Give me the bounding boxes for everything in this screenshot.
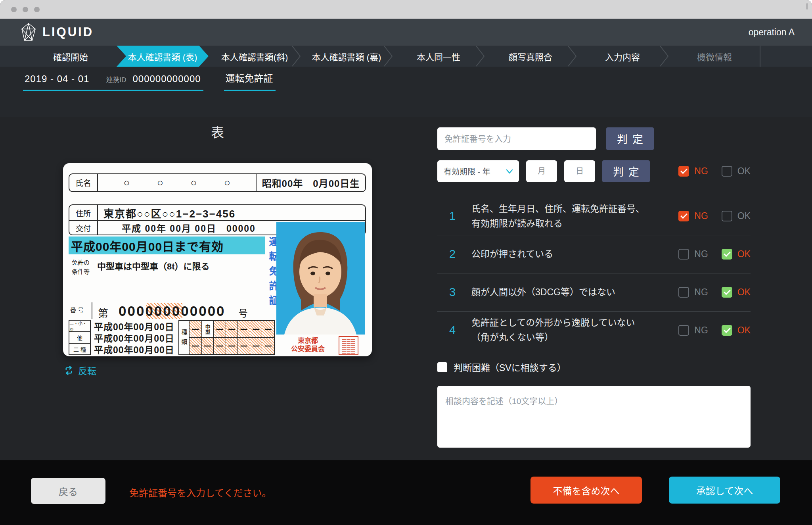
license-category-cell: ー [190,338,202,354]
license-class-date: 平成00年00月00日 [91,342,178,356]
ng-checkbox[interactable] [678,166,689,177]
approve-next-button[interactable]: 承認して次へ [669,477,780,504]
ok-label: OK [737,287,751,298]
difficult-row: 判断困難（SVに相談する） [437,360,751,374]
ng-label: NG [694,287,708,298]
tab-step[interactable]: 本人同一性 [393,46,485,67]
license-category-cell: ー [262,338,274,354]
license-class-dates: 二・小・原平成00年00月00日他平成00年00月00日二 種平成00年00月0… [69,320,178,355]
checklist-item: 1氏名、生年月日、住所、運転免許証番号、 有効期限が読み取れるNGOK [437,197,751,235]
checklist-item-text: 氏名、生年月日、住所、運転免許証番号、 有効期限が読み取れる [471,202,678,231]
tab-step[interactable]: 本人確認書類(斜) [209,46,301,67]
tab-separator-chevron [567,46,577,67]
ng-label: NG [694,249,708,260]
tab-step[interactable]: 機微情報 [668,46,760,67]
expiry-year-selected: 有効期限 - 年 [444,165,490,177]
difficult-label: 判断困難（SVに相談する） [454,360,566,374]
difficult-checkbox[interactable] [437,362,447,372]
license-name-label: 氏名 [69,174,98,191]
name-placeholder-circle: ○ [123,177,130,189]
ng-option: NG [678,325,708,336]
tab-separator-chevron [659,46,669,67]
portrait-illustration [276,222,365,335]
expiry-month-input[interactable] [526,160,557,182]
ok-checkbox[interactable] [722,166,732,177]
license-issue-label: 交付 [69,221,98,235]
portrait-photo [276,222,365,335]
issuing-authority: 東京都公安委員会 [279,337,337,354]
checklist-item: 3顔が人間以外（3DCG等）ではないNGOK [437,273,751,311]
ng-checkbox[interactable] [678,211,689,221]
tab-step[interactable]: 入力内容 [576,46,668,67]
license-address-value: 東京都○○区○○1−2−3−456 [98,205,365,220]
ng-ok-toggle: NGOK [678,166,751,177]
ng-checkbox[interactable] [678,287,689,298]
tab-step[interactable]: 確認開始 [25,46,117,67]
consult-textarea[interactable] [437,386,751,448]
review-checklist: 1氏名、生年月日、住所、運転免許証番号、 有効期限が読み取れるNGOK2公印が押… [437,197,751,349]
checklist-item-number: 1 [449,210,471,223]
license-class-label: 二・小・原 [69,320,91,332]
license-address-label: 住所 [69,205,98,220]
license-category-grid: ー中型ーーーーーーーーーーーー [190,321,274,354]
ok-option: OK [722,166,751,177]
license-class-row: 二・小・原平成00年00月00日 [69,320,178,332]
license-condition: 免許の 条件等 中型車は中型車（8t）に限る [72,258,262,276]
ok-checkbox[interactable] [722,249,732,260]
window-control-dot[interactable] [34,7,40,12]
tab-label: 本人同一性 [417,50,460,63]
tab-label: 確認開始 [53,50,88,63]
ok-checkbox[interactable] [722,287,732,298]
operator-name: operation A [749,27,795,38]
tab-step[interactable]: 本人確認書類 (表) [117,46,209,67]
license-image: 氏名 ○○○○ 昭和00年 0月00日生 住所 東京都○○区○○1−2−3−45… [63,163,372,356]
tab-step[interactable]: 顔写真照合 [485,46,576,67]
name-placeholder-circle: ○ [224,177,230,189]
tab-label: 機微情報 [697,50,732,63]
expiry-day-input[interactable] [564,160,595,182]
checklist-item: 4免許証としての外形から逸脱していない （角が丸くない等）NGOK [437,311,751,349]
license-class-row: 他平成00年00月00日 [69,332,178,343]
official-seal-stamp [339,336,358,355]
issuing-authority-line: 公安委員会 [279,345,337,353]
window-control-dot[interactable] [11,7,17,12]
link-id-label: 連携ID [106,74,126,84]
window-control-dot[interactable] [23,7,28,12]
checklist-item-text: 公印が押されている [471,247,678,262]
ng-ok-toggle: NGOK [678,287,751,298]
tab-separator-chevron [475,46,485,67]
license-class-label: 他 [69,332,91,343]
ok-option: OK [722,325,751,336]
flip-button[interactable]: 反転 [63,363,96,377]
expiry-year-select[interactable]: 有効期限 - 年 [437,160,519,182]
ok-checkbox[interactable] [722,325,732,336]
window-chrome [0,0,812,19]
back-button[interactable]: 戻る [31,478,105,504]
checklist-item-number: 3 [449,286,471,299]
license-category-cell: ー [250,338,262,354]
judgement-panel: 判定 有効期限 - 年 判定 NGOK 1氏名、生年月日、住所、運転免許証番号、… [437,127,751,449]
ok-checkbox[interactable] [722,211,732,221]
error-message: 免許証番号を入力してください。 [129,485,272,499]
ok-label: OK [737,325,751,336]
next-with-defect-button[interactable]: 不備を含め次へ [530,477,642,504]
license-number-prefix: 第 [98,305,108,320]
ng-ok-toggle: NGOK [678,249,751,260]
judge-number-button[interactable]: 判定 [606,127,654,150]
ng-checkbox[interactable] [678,325,689,336]
app-header: LIQUID operation A [0,19,812,46]
license-category-cell: ー [202,338,214,354]
license-category-cell: ー [250,321,262,338]
flip-icon [63,365,74,376]
license-number-input[interactable] [437,127,596,150]
ng-checkbox[interactable] [678,249,689,260]
judge-expiry-button[interactable]: 判定 [602,160,650,182]
case-meta: 2019 - 04 - 01 連携ID 000000000000 [23,73,203,91]
case-date: 2019 - 04 - 01 [25,73,89,85]
license-category-cell: ー [238,338,250,354]
tab-separator-chevron [383,46,393,67]
license-class-row: 二 種平成00年00月00日 [69,343,178,355]
tab-step[interactable]: 本人確認書類 (裏) [301,46,393,67]
license-category-cell: ー [238,321,250,338]
checklist-item-number: 4 [449,324,471,337]
